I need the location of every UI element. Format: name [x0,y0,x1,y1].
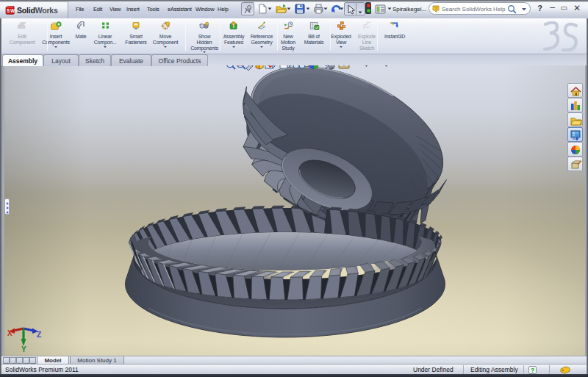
svg-text:?: ? [434,6,437,11]
svg-text:Y: Y [21,345,26,352]
svg-text:W: W [10,8,15,13]
svg-text:X: X [7,329,12,337]
svg-text:S: S [7,8,10,13]
svg-text:Z: Z [37,331,41,339]
